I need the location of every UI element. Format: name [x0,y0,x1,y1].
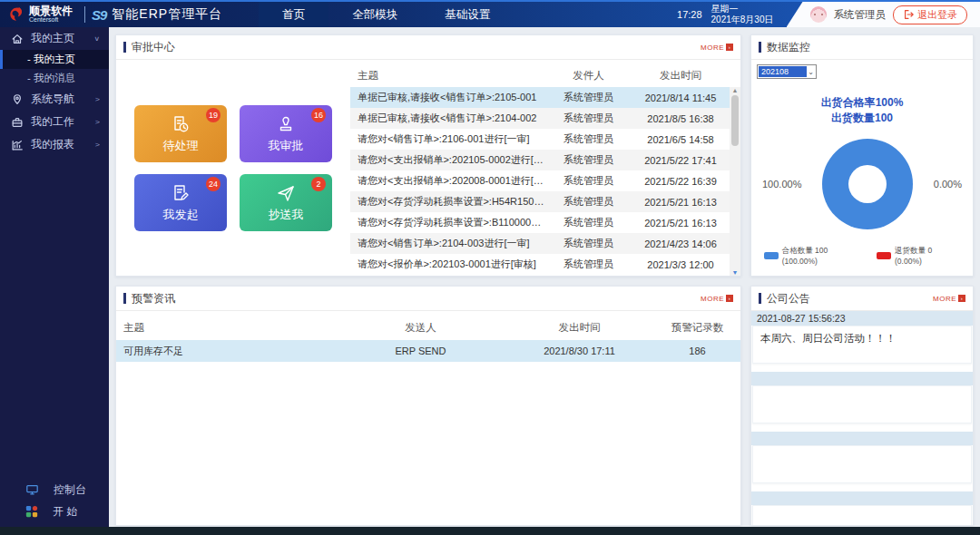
row-sender: 系统管理员 [545,174,632,188]
table-row[interactable]: 单据已审核,请接收<销售订单>:2105-001 系统管理员 2021/8/14… [350,87,730,108]
scroll-thumb[interactable] [731,95,739,146]
tab-home[interactable]: 首页 [259,2,328,27]
badge-count: 24 [206,177,220,191]
legend-swatch [877,252,891,259]
period-select[interactable]: 202108 ⌄ [757,64,817,79]
col-subject: 主题 [116,321,337,335]
logout-button[interactable]: 退出登录 [893,5,967,24]
logout-icon [903,9,914,20]
table-row[interactable]: 请您对<销售订单>:2106-001进行[一审] 系统管理员 2021/6/5 … [350,129,730,150]
sidebar-item-system-nav[interactable]: 系统导航 > [0,88,109,111]
main-content: 审批中心 MORE › 待处理 19 [109,27,980,535]
chevron-right-icon: > [95,119,100,126]
row-subject: 可用库存不足 [116,345,337,358]
doc-edit-icon [170,182,191,204]
row-time: 2021/8/30 17:11 [505,345,654,356]
announcement-item[interactable] [751,372,973,423]
row-subject: 请您对<销售订单>:2104-003进行[一审] [350,237,545,250]
table-header-row: 主题 发件人 发出时间 [350,63,740,87]
table-row[interactable]: 可用库存不足 ERP SEND 2021/8/30 17:11 186 [116,340,740,362]
announcement-item[interactable]: 2021-08-27 15:56:23 本周六、周日公司活动！！！ [751,311,973,364]
chevron-right-icon: > [95,141,100,149]
sidebar-item-my-work[interactable]: 我的工作 > [0,111,109,133]
logo-text-cn: 顺景软件 [29,6,73,16]
monitor-summary: 出货合格率100% 出货数量100 [757,95,967,126]
legend-label: 合格数量 100 (100.00%) [782,246,865,266]
tile-label: 我发起 [163,207,199,223]
briefcase-icon [11,116,24,129]
initiated-by-me-tile[interactable]: 我发起 24 [134,174,227,231]
row-sender: 系统管理员 [545,153,632,167]
my-approvals-tile[interactable]: 我审批 16 [240,105,332,162]
row-subject: 请您对<销售订单>:2106-001进行[一审] [350,132,545,146]
sidebar-item-my-home[interactable]: 我的主页 ∨ [0,27,109,50]
panel-title: 预警资讯 [132,291,175,306]
row-time: 2021/6/5 14:58 [632,134,730,145]
col-sent-time: 发出时间 [632,69,730,83]
row-subject: 请您对<支出报销单>:202105-0002进行[审核] [350,153,545,167]
announcement-list: 2021-08-27 15:56:23 本周六、周日公司活动！！！ [751,311,973,525]
row-sender: 系统管理员 [545,258,632,271]
col-subject: 主题 [350,69,545,83]
panel-title: 数据监控 [767,40,810,55]
vertical-scrollbar[interactable]: ▲ ▼ [730,87,740,276]
weekday: 星期一 [711,4,774,15]
announcement-time [751,372,973,385]
clock-date: 星期一 2021年8月30日 [711,4,774,25]
row-time: 2021/5/22 16:39 [632,176,730,187]
more-link[interactable]: MORE › [701,295,733,303]
tile-label: 我审批 [269,138,304,154]
row-time: 2021/5/21 16:13 [632,218,730,229]
row-sender: 系统管理员 [545,237,632,250]
table-row[interactable]: 请您对<支出报销单>:202008-0001进行[审核] 系统管理员 2021/… [350,170,730,191]
tab-basic-settings[interactable]: 基础设置 [421,2,514,27]
announcement-content [752,445,972,483]
row-sender: 系统管理员 [545,132,632,146]
announcement-item[interactable] [751,491,973,525]
pending-tile[interactable]: 待处理 19 [134,105,227,162]
row-time: 2021/8/5 16:38 [632,113,730,124]
more-icon: › [958,295,965,302]
table-row[interactable]: 请您对<支出报销单>:202105-0002进行[审核] 系统管理员 2021/… [350,150,730,170]
alerts-header-row: 主题 发送人 发出时间 预警记录数 [116,315,740,340]
col-sent-time: 发出时间 [505,321,654,335]
announcement-content [752,385,972,423]
logo-divider [84,6,85,23]
sidebar-item-label: 我的主页 [31,31,86,46]
more-link[interactable]: MORE › [933,295,965,303]
sidebar-item-label: 我的报表 [31,137,88,152]
sidebar-item-label: 系统导航 [31,92,88,107]
start-button[interactable]: 开 始 [0,501,109,522]
clock-time: 17:28 [677,9,702,20]
tab-all-modules[interactable]: 全部模块 [328,2,421,27]
shipment-qty-text: 出货数量100 [757,111,967,126]
logo-text-en: Centersoft [29,16,73,24]
more-link[interactable]: MORE › [701,44,733,52]
map-pin-icon [11,93,24,106]
scroll-down-icon[interactable]: ▼ [732,269,739,276]
table-row[interactable]: 请您对<存货浮动耗损率设置>:B11000001进行[审核] 系统管理员 202… [350,212,730,233]
table-row[interactable]: 请您对<存货浮动耗损率设置>:H54R15006002进行[审核] 系统管理员 … [350,191,730,212]
panel-header: 公司公告 MORE › [751,287,973,311]
alerts-rows: 可用库存不足 ERP SEND 2021/8/30 17:11 186 [116,340,740,362]
legend-pass: 合格数量 100 (100.00%) [764,246,864,266]
table-row[interactable]: 单据已审核,请接收<销售订单>:2104-002 系统管理员 2021/8/5 … [350,108,730,129]
announcement-time: 2021-08-27 15:56:23 [751,311,973,326]
sidebar-sub-my-home[interactable]: - 我的主页 [0,50,109,69]
announcement-content [752,505,972,525]
donut-chart-area: 100.00% 0.00% [757,139,967,229]
data-monitor-panel: 数据监控 202108 ⌄ 出货合格率100% 出货数量100 100.00% … [750,34,974,277]
sidebar-sub-my-messages[interactable]: - 我的消息 [0,69,109,88]
sidebar-item-my-reports[interactable]: 我的报表 > [0,133,109,156]
announcement-item[interactable] [751,432,973,483]
row-subject: 请您对<存货浮动耗损率设置>:B11000001进行[审核] [350,216,545,229]
row-subject: 单据已审核,请接收<销售订单>:2105-001 [350,91,545,104]
table-row[interactable]: 请您对<销售订单>:2104-003进行[一审] 系统管理员 2021/4/23… [350,233,730,254]
table-row[interactable]: 请您对<报价单>:202103-0001进行[审核] 系统管理员 2021/3/… [350,254,730,275]
start-grid-icon [25,505,38,518]
console-button[interactable]: 控制台 [0,479,109,501]
user-avatar-icon[interactable] [810,6,827,23]
scroll-up-icon[interactable]: ▲ [732,87,739,93]
cc-to-me-tile[interactable]: 抄送我 2 [240,174,332,231]
chevron-right-icon: > [95,96,100,103]
